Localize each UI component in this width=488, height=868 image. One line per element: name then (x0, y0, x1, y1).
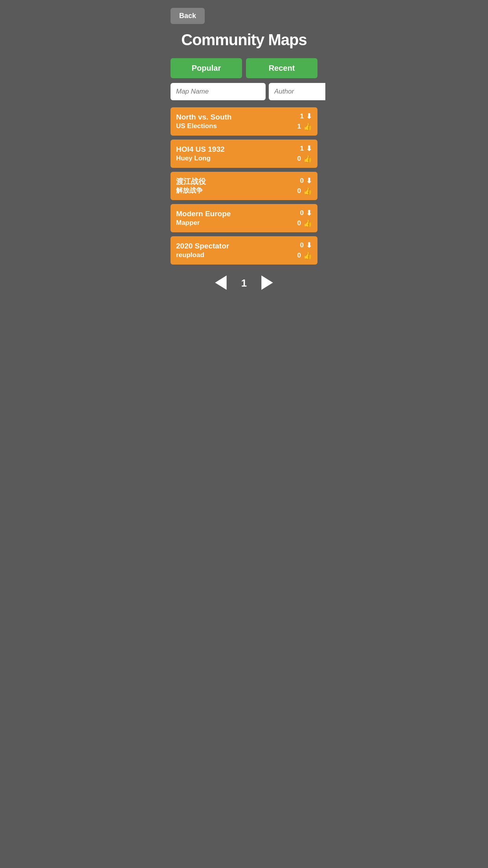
map-card[interactable]: North vs. South US Elections 1 ⬇ 1 👍 (171, 107, 317, 136)
map-list: North vs. South US Elections 1 ⬇ 1 👍 HOI… (171, 107, 317, 265)
download-icon: ⬇ (306, 209, 312, 217)
map-card-info: Modern Europe Mapper (176, 209, 231, 228)
download-count: 1 (300, 112, 304, 120)
next-page-button[interactable] (259, 274, 276, 292)
download-stat: 1 ⬇ (300, 144, 312, 153)
tab-recent[interactable]: Recent (246, 58, 317, 78)
map-author: 解放战争 (176, 186, 206, 195)
map-stats: 1 ⬇ 0 👍 (297, 144, 312, 163)
map-author: Mapper (176, 219, 231, 227)
back-button[interactable]: Back (171, 8, 205, 24)
like-count: 0 (297, 187, 301, 195)
map-stats: 1 ⬇ 1 👍 (297, 112, 312, 131)
map-name: HOI4 US 1932 (176, 145, 225, 154)
like-count: 0 (297, 219, 301, 227)
map-author: reupload (176, 251, 229, 259)
download-icon: ⬇ (306, 112, 312, 121)
map-author: US Elections (176, 122, 231, 131)
download-count: 0 (300, 241, 304, 249)
map-name: Modern Europe (176, 209, 231, 219)
page-number: 1 (241, 277, 247, 289)
like-count: 0 (297, 155, 301, 163)
download-stat: 1 ⬇ (300, 112, 312, 121)
like-stat: 0 👍 (297, 251, 312, 260)
like-stat: 0 👍 (297, 219, 312, 228)
like-icon: 👍 (303, 187, 312, 195)
like-count: 0 (297, 252, 301, 259)
left-arrow-icon (212, 274, 229, 291)
like-count: 1 (297, 123, 301, 131)
search-row (171, 83, 317, 100)
download-stat: 0 ⬇ (300, 241, 312, 250)
map-card-info: 2020 Spectator reupload (176, 241, 229, 260)
svg-marker-3 (262, 276, 273, 290)
map-stats: 0 ⬇ 0 👍 (297, 241, 312, 260)
map-name: 渡江战役 (176, 177, 206, 187)
like-stat: 0 👍 (297, 187, 312, 195)
svg-marker-2 (215, 276, 226, 290)
prev-page-button[interactable] (212, 274, 229, 292)
map-name-input[interactable] (171, 83, 266, 100)
download-icon: ⬇ (306, 241, 312, 250)
map-name: 2020 Spectator (176, 241, 229, 251)
map-stats: 0 ⬇ 0 👍 (297, 177, 312, 195)
download-count: 1 (300, 145, 304, 153)
map-card-info: 渡江战役 解放战争 (176, 177, 206, 195)
map-card[interactable]: 2020 Spectator reupload 0 ⬇ 0 👍 (171, 236, 317, 265)
download-count: 0 (300, 177, 304, 185)
map-name: North vs. South (176, 112, 231, 122)
tab-popular[interactable]: Popular (171, 58, 242, 78)
download-stat: 0 ⬇ (300, 177, 312, 185)
download-count: 0 (300, 209, 304, 217)
like-icon: 👍 (303, 251, 312, 260)
map-stats: 0 ⬇ 0 👍 (297, 209, 312, 228)
download-icon: ⬇ (306, 177, 312, 185)
download-icon: ⬇ (306, 144, 312, 153)
map-card[interactable]: 渡江战役 解放战争 0 ⬇ 0 👍 (171, 172, 317, 200)
map-card-info: HOI4 US 1932 Huey Long (176, 145, 225, 163)
like-icon: 👍 (303, 154, 312, 163)
map-author: Huey Long (176, 154, 225, 163)
right-arrow-icon (259, 274, 276, 291)
like-stat: 1 👍 (297, 122, 312, 131)
tab-row: Popular Recent (171, 58, 317, 78)
pagination: 1 (171, 274, 317, 296)
map-card[interactable]: Modern Europe Mapper 0 ⬇ 0 👍 (171, 204, 317, 232)
like-icon: 👍 (303, 122, 312, 131)
map-card[interactable]: HOI4 US 1932 Huey Long 1 ⬇ 0 👍 (171, 140, 317, 168)
download-stat: 0 ⬇ (300, 209, 312, 217)
like-stat: 0 👍 (297, 154, 312, 163)
author-input[interactable] (269, 83, 325, 100)
like-icon: 👍 (303, 219, 312, 228)
map-card-info: North vs. South US Elections (176, 112, 231, 131)
page-title: Community Maps (171, 31, 317, 49)
